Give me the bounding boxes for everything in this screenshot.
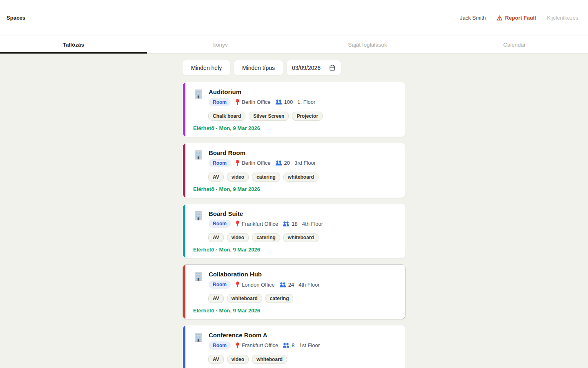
room-location: Frankfurt Office: [242, 342, 278, 348]
room-meta: Room Berlin Office: [209, 98, 315, 106]
room-head-text: Board Room Room Berlin Office: [209, 149, 316, 167]
room-card-head: Board Suite Room Frankfurt Office: [193, 210, 397, 228]
pin-icon: [235, 99, 240, 105]
pin-icon: [235, 160, 240, 166]
room-name: Collaboration Hub: [209, 271, 320, 278]
room-location-item: Frankfurt Office: [235, 342, 278, 349]
app-header: Spaces Jack Smith Report Fault Kijelentk…: [0, 0, 588, 36]
tab-label: Saját foglalások: [348, 42, 387, 48]
room-tag: whiteboard: [283, 173, 318, 182]
room-accent-stripe: [183, 325, 185, 368]
room-name: Board Room: [209, 149, 316, 157]
room-tags: Chalk boardSilver ScreenProjector: [208, 112, 397, 121]
room-floor: 4th Floor: [298, 282, 319, 288]
room-tags: AVwhiteboardcatering: [208, 294, 397, 303]
room-meta: Room Berlin Office: [209, 159, 316, 167]
room-capacity-item: 8: [283, 342, 294, 348]
room-location-item: Berlin Office: [235, 160, 271, 166]
room-meta: Room Frankfurt Office: [209, 341, 320, 350]
room-card[interactable]: Board Room Room Berlin Office: [183, 143, 405, 198]
room-capacity-item: 20: [275, 160, 290, 166]
room-accent-stripe: [183, 265, 185, 319]
room-capacity-item: 100: [275, 99, 293, 105]
report-fault-button[interactable]: Report Fault: [497, 15, 537, 21]
room-tags: AVvideowhiteboard: [208, 355, 397, 364]
building-icon: [193, 332, 204, 343]
header-actions: Jack Smith Report Fault Kijelentkezés: [460, 15, 578, 21]
room-tag: catering: [252, 233, 280, 242]
room-accent-stripe: [183, 204, 185, 258]
date-filter-input[interactable]: 03/09/2026: [287, 60, 341, 75]
tab-2[interactable]: Saját foglalások: [294, 36, 441, 53]
pin-icon: [235, 281, 240, 288]
room-meta: Room Frankfurt Office: [209, 220, 323, 228]
building-icon: [193, 150, 204, 160]
room-capacity: 24: [288, 282, 294, 288]
room-card-head: Auditorium Room Berlin Office: [193, 88, 397, 106]
room-capacity-item: 18: [283, 221, 297, 227]
room-list: Auditorium Room Berlin Office: [183, 82, 405, 368]
room-location-item: London Office: [235, 281, 275, 288]
room-floor: 3rd Floor: [294, 160, 316, 166]
room-type-badge: Room: [209, 341, 231, 350]
room-capacity: 18: [292, 221, 297, 227]
building-icon: [193, 89, 204, 99]
room-tag: Projector: [292, 112, 323, 121]
app-title: Spaces: [7, 15, 25, 21]
pin-icon: [235, 342, 240, 349]
room-card[interactable]: Collaboration Hub Room London Office: [183, 264, 405, 319]
room-card[interactable]: Auditorium Room Berlin Office: [183, 82, 405, 137]
people-icon: [279, 282, 286, 287]
people-icon: [275, 99, 282, 105]
building-icon: [193, 271, 204, 282]
tab-3[interactable]: Calendar: [441, 36, 588, 53]
room-tag: Chalk board: [208, 112, 245, 121]
room-type-badge: Room: [209, 159, 231, 167]
room-type-badge: Room: [209, 220, 231, 228]
room-floor: 1st Floor: [299, 342, 320, 348]
room-card[interactable]: Board Suite Room Frankfurt Office: [183, 204, 405, 259]
tab-label: Calendar: [503, 42, 526, 48]
main-tabs: TallózáskönyvSaját foglalásokCalendar: [0, 36, 588, 54]
room-tags: AVvideocateringwhiteboard: [208, 233, 397, 242]
room-head-text: Auditorium Room Berlin Office: [209, 88, 315, 106]
user-name: Jack Smith: [460, 15, 486, 21]
room-tag: AV: [208, 173, 224, 182]
warning-icon: [497, 15, 503, 21]
room-status: Elérhető · Mon, 9 Mar 2026: [193, 307, 397, 314]
room-tag: catering: [265, 294, 294, 303]
location-filter-value: Minden hely: [191, 65, 222, 71]
people-icon: [283, 343, 290, 348]
room-tag: whiteboard: [227, 294, 262, 303]
room-head-text: Collaboration Hub Room London Office: [209, 271, 320, 289]
location-filter-select[interactable]: Minden hely: [183, 60, 230, 75]
room-accent-stripe: [183, 82, 185, 137]
room-capacity-item: 24: [279, 282, 294, 288]
people-icon: [283, 221, 290, 227]
logout-link[interactable]: Kijelentkezés: [547, 15, 578, 21]
room-name: Auditorium: [209, 88, 315, 96]
room-status: Elérhető · Mon, 9 Mar 2026: [193, 125, 397, 131]
content-column: Minden hely Minden típus 03/09/2026: [183, 60, 405, 368]
room-tag: catering: [252, 173, 280, 182]
type-filter-value: Minden típus: [242, 65, 275, 71]
room-location-item: Berlin Office: [235, 99, 271, 105]
people-icon: [275, 160, 282, 166]
room-card-head: Board Room Room Berlin Office: [193, 149, 397, 167]
room-card[interactable]: Conference Room A Room Frankfurt Office: [183, 325, 405, 368]
room-floor: 4th Floor: [302, 221, 323, 227]
type-filter-select[interactable]: Minden típus: [234, 60, 283, 75]
room-tag: whiteboard: [283, 233, 318, 242]
room-location: Frankfurt Office: [242, 221, 278, 227]
calendar-icon[interactable]: [329, 65, 336, 71]
room-head-text: Conference Room A Room Frankfurt Office: [209, 332, 320, 350]
room-tag: video: [227, 173, 249, 182]
room-accent-stripe: [183, 143, 185, 197]
room-tag: AV: [208, 233, 224, 242]
room-location: London Office: [242, 282, 275, 288]
date-filter-value: 03/09/2026: [292, 65, 321, 71]
tab-0[interactable]: Tallózás: [0, 36, 147, 53]
tab-1[interactable]: könyv: [147, 36, 294, 53]
filter-bar: Minden hely Minden típus 03/09/2026: [183, 60, 405, 75]
room-tags: AVvideocateringwhiteboard: [208, 173, 397, 182]
